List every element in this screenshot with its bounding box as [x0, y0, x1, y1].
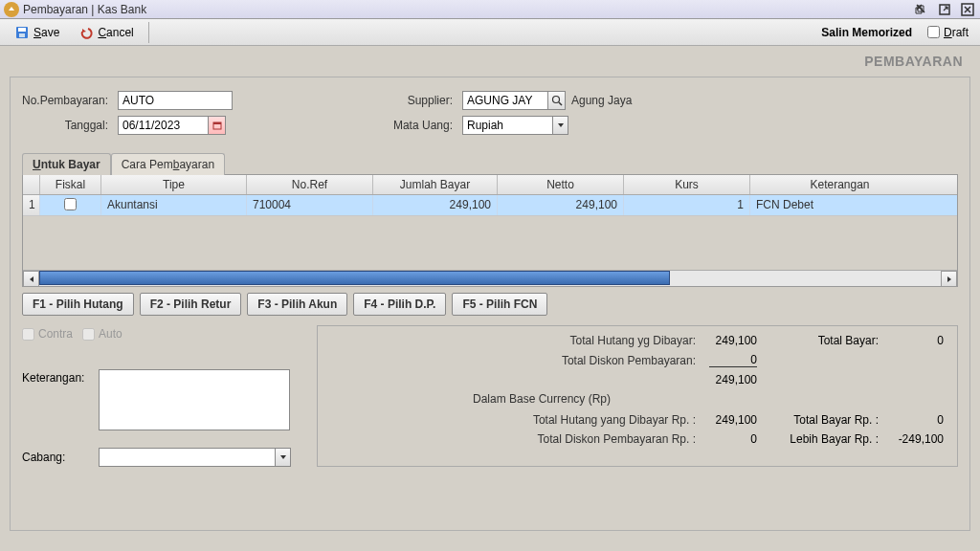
grid-body[interactable]: 1 Akuntansi 710004 249,100 249,100 1 FCN…	[23, 195, 957, 270]
total-hutang-label: Total Hutang yg Dibayar:	[331, 334, 709, 347]
module-title: PEMBAYARAN	[10, 54, 970, 69]
keterangan-textarea[interactable]	[99, 369, 290, 430]
table-row[interactable]: 1 Akuntansi 710004 249,100 249,100 1 FCN…	[23, 195, 957, 216]
cancel-button[interactable]: Cancel	[70, 21, 142, 44]
lower-left: Contra Auto Keterangan: Cabang:	[22, 325, 309, 467]
cabang-dropdown-button[interactable]	[276, 448, 291, 467]
minimize-icon[interactable]	[913, 2, 930, 17]
horizontal-scrollbar[interactable]	[23, 270, 957, 286]
supplier-name: Agung Jaya	[571, 94, 632, 107]
f2-pilih-retur-button[interactable]: F2 - Pilih Retur	[140, 293, 242, 316]
window-title: Pembayaran | Kas Bank	[23, 3, 913, 16]
mata-uang-input[interactable]	[462, 116, 553, 135]
fn-buttons: F1 - Pilih Hutang F2 - Pilih Retur F3 - …	[22, 293, 958, 316]
toolbar: SSaveave Cancel Salin Memorized Draft	[0, 19, 980, 46]
cell-keterangan[interactable]: FCN Debet	[750, 195, 929, 215]
f4-pilih-dp-button[interactable]: F4 - Pilih D.P.	[353, 293, 446, 316]
save-button[interactable]: SSaveave	[6, 21, 68, 44]
close-icon[interactable]	[959, 2, 976, 17]
row-number: 1	[23, 195, 40, 215]
auto-checkbox-wrap: Auto	[82, 327, 122, 341]
grid: Fiskal Tipe No.Ref Jumlah Bayar Netto Ku…	[22, 174, 958, 287]
tanggal-input[interactable]	[118, 116, 209, 135]
titlebar: Pembayaran | Kas Bank	[0, 0, 980, 19]
svg-point-7	[552, 97, 559, 103]
contra-checkbox	[22, 328, 34, 341]
chevron-down-icon	[557, 121, 565, 129]
header-jumlah[interactable]: Jumlah Bayar	[373, 175, 498, 194]
maximize-icon[interactable]	[936, 2, 953, 17]
salin-memorized-button[interactable]: Salin Memorized	[813, 26, 920, 39]
header-fiskal[interactable]: Fiskal	[40, 175, 101, 194]
search-icon	[551, 95, 563, 106]
no-pembayaran-input[interactable]	[118, 91, 233, 110]
draft-checkbox[interactable]	[927, 26, 940, 38]
form-area: No.Pembayaran: Tanggal: Supplier:	[22, 91, 958, 141]
cancel-label: Cancel	[98, 26, 133, 39]
f3-pilih-akun-button[interactable]: F3 - Pilih Akun	[247, 293, 347, 316]
calendar-icon	[212, 121, 222, 130]
chevron-left-icon	[28, 276, 35, 283]
cell-netto[interactable]: 249,100	[498, 195, 624, 215]
mata-uang-dropdown-button[interactable]	[553, 116, 568, 135]
cell-fiskal[interactable]	[40, 195, 101, 215]
total-diskon-rp-label: Total Diskon Pembayaran Rp. :	[331, 432, 709, 446]
grid-header: Fiskal Tipe No.Ref Jumlah Bayar Netto Ku…	[23, 175, 957, 195]
svg-rect-3	[18, 28, 26, 32]
cabang-label: Cabang:	[22, 451, 99, 464]
header-ref[interactable]: No.Ref	[247, 175, 373, 194]
tabs: Untuk Bayar Cara Pembayaran	[22, 152, 958, 174]
base-currency-label: Dalam Base Currency (Rp)	[331, 392, 944, 406]
svg-rect-4	[19, 33, 25, 37]
mata-uang-label: Mata Uang:	[386, 119, 462, 132]
scroll-right-button[interactable]	[941, 271, 957, 287]
supplier-label: Supplier:	[386, 94, 462, 107]
draft-checkbox-wrap[interactable]: Draft	[922, 26, 974, 39]
save-icon	[14, 25, 30, 40]
header-kurs[interactable]: Kurs	[624, 175, 750, 194]
f5-pilih-fcn-button[interactable]: F5 - Pilih FCN	[452, 293, 547, 316]
total-bayar-rp-label: Total Bayar Rp. :	[776, 413, 886, 427]
svg-line-8	[559, 102, 562, 105]
app-icon	[4, 2, 19, 17]
total-bayar-value: 0	[886, 334, 944, 347]
supplier-lookup-button[interactable]	[548, 91, 566, 110]
fiskal-checkbox[interactable]	[64, 198, 77, 210]
cell-ref[interactable]: 710004	[247, 195, 373, 215]
svg-rect-6	[213, 122, 221, 124]
total-bayar-rp-value: 0	[886, 413, 944, 427]
supplier-input[interactable]	[462, 91, 548, 110]
save-label: SSaveave	[33, 26, 59, 39]
cell-kurs[interactable]: 1	[624, 195, 750, 215]
total-bayar-label: Total Bayar:	[776, 334, 886, 347]
chevron-right-icon	[946, 276, 953, 283]
cell-tipe[interactable]: Akuntansi	[101, 195, 247, 215]
calendar-button[interactable]	[209, 116, 226, 135]
scroll-thumb[interactable]	[39, 271, 670, 285]
header-netto[interactable]: Netto	[498, 175, 624, 194]
header-rownum	[23, 175, 40, 194]
f1-pilih-hutang-button[interactable]: F1 - Pilih Hutang	[22, 293, 134, 316]
tanggal-label: Tanggal:	[22, 119, 118, 132]
content-box: No.Pembayaran: Tanggal: Supplier:	[10, 77, 970, 531]
header-keterangan[interactable]: Keterangan	[750, 175, 929, 194]
scroll-left-button[interactable]	[23, 271, 39, 287]
total-hutang-rp-label: Total Hutang yang Dibayar Rp. :	[331, 413, 709, 427]
total-diskon-rp-value: 0	[709, 432, 776, 446]
toolbar-separator	[148, 22, 149, 43]
scroll-track[interactable]	[39, 271, 941, 286]
header-tipe[interactable]: Tipe	[101, 175, 247, 194]
keterangan-label: Keterangan:	[22, 369, 99, 385]
total-diskon-value: 0	[709, 353, 776, 367]
lebih-bayar-rp-value: -249,100	[886, 432, 944, 446]
tab-cara-pembayaran[interactable]: Cara Pembayaran	[111, 153, 225, 175]
undo-icon	[78, 25, 94, 40]
total-hutang-rp-value: 249,100	[709, 413, 776, 427]
cabang-input[interactable]	[99, 448, 276, 467]
auto-checkbox	[82, 328, 95, 341]
lebih-bayar-rp-label: Lebih Bayar Rp. :	[776, 432, 886, 446]
summary-panel: Total Hutang yg Dibayar: 249,100 Total B…	[317, 325, 958, 467]
tab-untuk-bayar[interactable]: Untuk Bayar	[22, 153, 111, 175]
cell-jumlah[interactable]: 249,100	[373, 195, 498, 215]
draft-label: Draft	[944, 26, 969, 39]
